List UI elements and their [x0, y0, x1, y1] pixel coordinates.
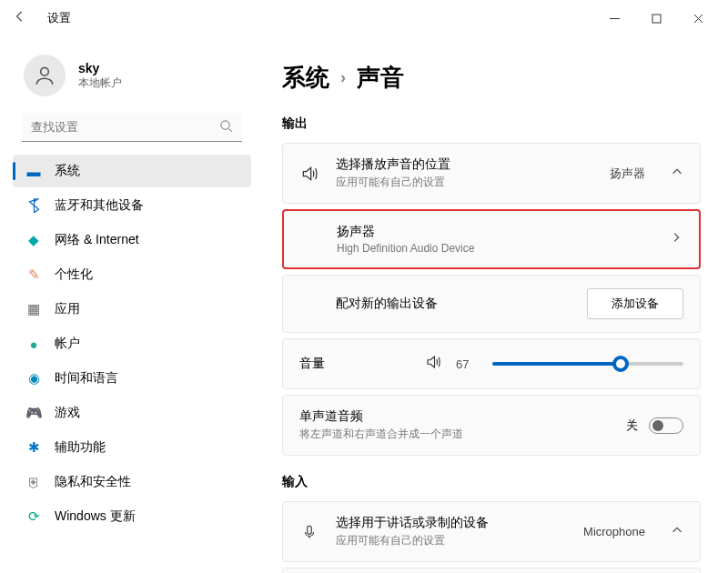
nav-windows-update[interactable]: ⟳Windows 更新: [13, 500, 251, 533]
add-device-button[interactable]: 添加设备: [587, 288, 683, 319]
minimize-button[interactable]: [593, 4, 635, 33]
nav-gaming[interactable]: 🎮游戏: [13, 397, 251, 429]
mono-audio-row: 单声道音频 将左声道和右声道合并成一个声道 关: [283, 396, 700, 455]
choose-output-title: 选择播放声音的位置: [336, 156, 593, 173]
output-device-row[interactable]: 扬声器 High Definition Audio Device: [284, 211, 699, 267]
chevron-up-icon: [671, 524, 683, 540]
svg-rect-3: [308, 526, 312, 534]
input-section-header: 输入: [282, 474, 701, 490]
search-input[interactable]: [22, 113, 242, 142]
speaker-icon: [299, 165, 319, 183]
nav-bluetooth[interactable]: 蓝牙和其他设备: [13, 189, 251, 222]
volume-slider[interactable]: [492, 362, 683, 366]
brush-icon: ✎: [25, 266, 42, 283]
choose-input-value: Microphone: [583, 525, 645, 538]
volume-icon[interactable]: [425, 354, 441, 374]
svg-point-2: [221, 121, 229, 129]
choose-output-value: 扬声器: [610, 166, 645, 182]
input-device-row[interactable]: Microphone High Definition Audio Device: [283, 568, 700, 573]
pair-output-card: 配对新的输出设备 添加设备: [282, 275, 701, 333]
mono-audio-card: 单声道音频 将左声道和右声道合并成一个声道 关: [282, 395, 701, 456]
bluetooth-icon: [25, 197, 42, 214]
search-box[interactable]: [22, 113, 242, 142]
back-button[interactable]: [9, 10, 31, 26]
nav-privacy[interactable]: ⛨隐私和安全性: [13, 466, 251, 498]
output-device-sub: High Definition Audio Device: [337, 242, 653, 255]
titlebar: 设置: [0, 0, 728, 36]
chevron-right-icon: ›: [340, 68, 346, 87]
wifi-icon: ◆: [25, 232, 42, 248]
main-content: 系统 › 声音 输出 选择播放声音的位置 应用可能有自己的设置 扬声器: [264, 36, 728, 573]
output-section-header: 输出: [282, 116, 701, 132]
avatar-icon: [24, 55, 66, 96]
volume-label: 音量: [299, 356, 336, 372]
input-device-card: Microphone High Definition Audio Device: [282, 568, 701, 573]
mono-state: 关: [626, 417, 638, 434]
mono-sub: 将左声道和右声道合并成一个声道: [299, 427, 626, 442]
chevron-up-icon: [671, 166, 683, 182]
choose-input-row[interactable]: 选择用于讲话或录制的设备 应用可能有自己的设置 Microphone: [283, 502, 700, 561]
output-device-card: 扬声器 High Definition Audio Device: [282, 209, 701, 269]
window-title: 设置: [47, 10, 71, 26]
user-profile[interactable]: sky 本地帐户: [7, 45, 257, 113]
nav-personalization[interactable]: ✎个性化: [13, 258, 251, 291]
apps-icon: ▦: [25, 301, 42, 317]
microphone-icon: [299, 524, 319, 540]
svg-point-1: [41, 67, 49, 75]
nav-accounts[interactable]: ●帐户: [13, 327, 251, 360]
svg-rect-0: [652, 15, 661, 23]
maximize-button[interactable]: [635, 4, 677, 33]
shield-icon: ⛨: [25, 474, 42, 490]
input-choose-card: 选择用于讲话或录制的设备 应用可能有自己的设置 Microphone: [282, 501, 701, 562]
person-icon: ●: [25, 336, 42, 352]
breadcrumb-parent[interactable]: 系统: [282, 62, 329, 94]
nav-accessibility[interactable]: ✱辅助功能: [13, 431, 251, 464]
close-button[interactable]: [677, 4, 719, 33]
update-icon: ⟳: [25, 508, 42, 525]
nav-network[interactable]: ◆网络 & Internet: [13, 224, 251, 256]
pair-output-label: 配对新的输出设备: [299, 296, 587, 312]
chevron-right-icon: [670, 231, 682, 247]
globe-icon: ◉: [25, 370, 42, 387]
user-account-type: 本地帐户: [78, 75, 122, 91]
sidebar: sky 本地帐户 ▬系统 蓝牙和其他设备 ◆网络 & Internet ✎个性化…: [0, 36, 264, 573]
mono-title: 单声道音频: [299, 408, 626, 425]
nav-time-language[interactable]: ◉时间和语言: [13, 362, 251, 395]
choose-output-sub: 应用可能有自己的设置: [336, 175, 593, 190]
nav-list: ▬系统 蓝牙和其他设备 ◆网络 & Internet ✎个性化 ▦应用 ●帐户 …: [7, 155, 257, 533]
nav-system[interactable]: ▬系统: [13, 155, 251, 187]
gamepad-icon: 🎮: [25, 405, 42, 421]
search-icon: [219, 119, 233, 136]
breadcrumb-current: 声音: [357, 62, 404, 94]
choose-input-sub: 应用可能有自己的设置: [336, 533, 567, 548]
volume-card: 音量 67: [282, 338, 701, 389]
user-name: sky: [78, 61, 122, 75]
choose-output-row[interactable]: 选择播放声音的位置 应用可能有自己的设置 扬声器: [283, 144, 700, 203]
display-icon: ▬: [25, 163, 42, 179]
mono-toggle[interactable]: [649, 417, 683, 434]
breadcrumb[interactable]: 系统 › 声音: [282, 45, 701, 106]
accessibility-icon: ✱: [25, 439, 42, 456]
volume-value: 67: [456, 357, 478, 371]
output-choose-card: 选择播放声音的位置 应用可能有自己的设置 扬声器: [282, 143, 701, 204]
choose-input-title: 选择用于讲话或录制的设备: [336, 515, 567, 531]
output-device-title: 扬声器: [337, 224, 653, 240]
nav-apps[interactable]: ▦应用: [13, 293, 251, 326]
